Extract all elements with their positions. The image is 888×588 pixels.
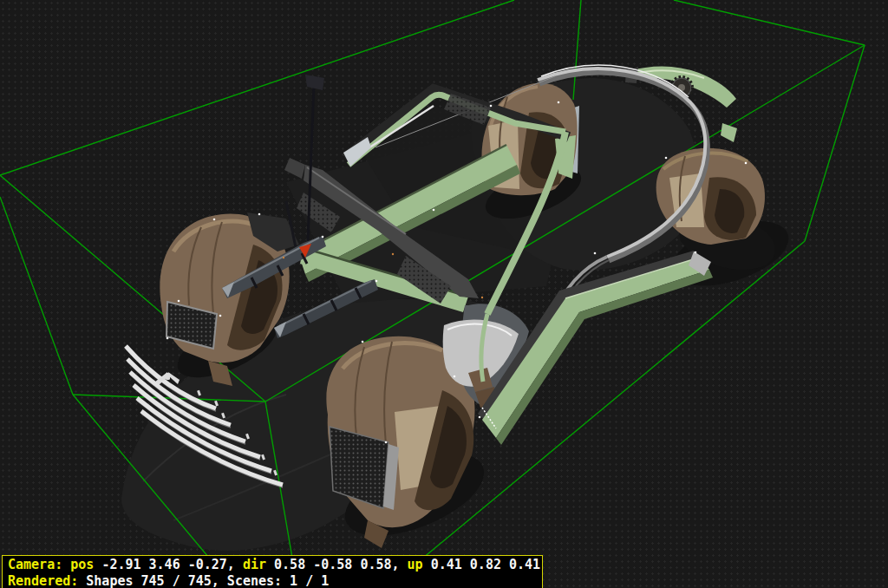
camera-pos-value: -2.91 3.46 -0.27, — [101, 557, 243, 572]
status-line-camera: Camera: pos -2.91 3.46 -0.27, dir 0.58 -… — [8, 557, 537, 573]
camera-label: Camera: — [8, 557, 70, 572]
camera-pos-label: pos — [70, 557, 101, 572]
rendered-value: Shapes 745 / 745, Scenes: 1 / 1 — [86, 573, 329, 588]
rendered-label: Rendered: — [8, 573, 86, 588]
viewport-3d[interactable]: Camera: pos -2.91 3.46 -0.27, dir 0.58 -… — [0, 0, 888, 588]
camera-up-label: up — [408, 557, 431, 572]
camera-dir-value: 0.58 -0.58 0.58, — [274, 557, 408, 572]
status-bar: Camera: pos -2.91 3.46 -0.27, dir 0.58 -… — [2, 555, 543, 588]
wheel-arch-liner-rear-right — [656, 148, 775, 270]
status-line-rendered: Rendered: Shapes 745 / 745, Scenes: 1 / … — [8, 573, 537, 588]
camera-dir-label: dir — [243, 557, 274, 572]
camera-up-value: 0.41 0.82 0.41 — [431, 557, 540, 572]
scene-render — [0, 0, 888, 588]
